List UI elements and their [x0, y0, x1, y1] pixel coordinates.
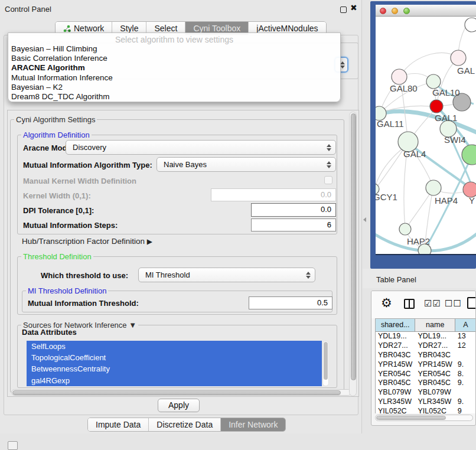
which-threshold-combo[interactable]: MI Threshold [138, 268, 315, 282]
close-traffic-light-icon[interactable] [380, 8, 386, 14]
dpi-tolerance-field[interactable]: 0.0 [251, 203, 336, 217]
algorithm-option[interactable]: Mutual Information Inference [8, 73, 340, 83]
table-cell: YBL079W [415, 388, 455, 397]
node-label: GAL4 [403, 149, 426, 159]
settings-vscrollbar[interactable] [349, 112, 357, 396]
attribute-item[interactable]: BetweennessCentrality [27, 363, 322, 374]
column-header[interactable]: A [455, 319, 476, 332]
apply-button[interactable]: Apply [158, 399, 200, 412]
mi-type-combo[interactable]: Naive Bayes [157, 157, 336, 172]
float-window-icon[interactable] [340, 6, 347, 13]
network-canvas[interactable]: GALGAL80GAL10GAL1GAL11SWI4GAL4GCY1HAP4YH… [376, 17, 476, 254]
network-edge[interactable] [406, 189, 433, 228]
network-node[interactable] [465, 18, 476, 32]
network-icon [63, 25, 71, 32]
table-row[interactable]: YER054CYER054C8. [376, 370, 476, 379]
panel-divider-arrow-icon[interactable] [363, 217, 366, 222]
application-window: Control Panel ✖ NetworkStyleSelectCyni T… [0, 0, 476, 450]
table-cell: YDL19... [415, 332, 455, 341]
network-node[interactable] [426, 180, 441, 195]
chevron-down-icon[interactable]: ▼ [129, 321, 136, 330]
algorithm-option[interactable]: Bayesian – Hill Climbing [8, 44, 340, 54]
network-node[interactable] [392, 69, 407, 84]
attribute-item[interactable]: TopologicalCoefficient [27, 352, 322, 363]
minimized-panel-icon[interactable] [8, 441, 18, 450]
algorithm-placeholder: Select algorithm to view settings [8, 33, 340, 44]
tab-impute-data[interactable]: Impute Data [88, 418, 148, 431]
network-edge[interactable] [376, 144, 407, 190]
network-node[interactable] [399, 223, 411, 235]
table-row[interactable]: YIL052CYIL052C9 [376, 407, 476, 413]
aracne-mode-value: Discovery [73, 143, 106, 152]
which-threshold-value: MI Threshold [145, 270, 190, 279]
network-node[interactable] [451, 50, 466, 66]
table-cell: 9 [455, 407, 476, 413]
column-header[interactable]: name [415, 319, 455, 332]
close-icon[interactable]: ✖ [350, 3, 357, 12]
hub-definition-toggle[interactable]: Hub/Transcription Factor Definition ▶ [22, 237, 152, 246]
minimize-traffic-light-icon[interactable] [392, 8, 398, 14]
kernel-width-field[interactable]: 0.0 [211, 188, 336, 201]
gear-icon[interactable]: ⚙ [381, 296, 392, 310]
node-label: GAL1 [435, 113, 457, 123]
data-attributes-list[interactable]: SelfLoopsTopologicalCoefficientBetweenne… [27, 341, 322, 386]
table-panel-body: ⚙ ☑☑ ☐☐ shared...nameA YDL19...YDL19...1… [371, 291, 476, 426]
table-row[interactable]: YPR145WYPR145W9. [376, 360, 476, 370]
network-node[interactable] [426, 74, 441, 89]
algorithm-option[interactable]: Dream8 DC_TDC Algorithm [8, 92, 340, 102]
table-cell: YIL052C [415, 407, 455, 413]
table-cell: YBR045C [415, 379, 455, 388]
network-edge[interactable] [399, 53, 458, 77]
table-row[interactable]: YLR345WYLR345W9. [376, 397, 476, 407]
table-row[interactable]: YDL19...YDL19...13 [376, 332, 476, 341]
mi-type-value: Naive Bayes [164, 160, 207, 169]
columns-icon[interactable] [404, 299, 415, 309]
deselect-all-checks-icon[interactable]: ☐☐ [445, 298, 462, 309]
node-label: SWI4 [444, 135, 466, 145]
table-cell: 9. [455, 397, 476, 407]
table-cell: YBR043C [376, 351, 415, 360]
dpi-tolerance-label: DPI Tolerance [0,1]: [23, 206, 94, 215]
table-cell [455, 388, 476, 397]
tab-infer-network[interactable]: Infer Network [220, 418, 285, 431]
algorithm-option[interactable]: ARACNE Algorithm [8, 63, 340, 73]
zoom-traffic-light-icon[interactable] [403, 8, 410, 14]
algorithm-option[interactable]: Basic Correlation Inference [8, 54, 340, 63]
spinner-up-icon [340, 61, 345, 64]
attribute-item[interactable]: gal4RGexp [27, 375, 322, 386]
manual-kernel-checkbox[interactable] [324, 176, 332, 184]
table-row[interactable]: YBR045CYBR045C9. [376, 379, 476, 388]
table-hscrollbar[interactable] [375, 415, 473, 421]
node-label: GAL [457, 66, 475, 76]
hub-definition-label: Hub/Transcription Factor Definition [22, 237, 145, 246]
table-row[interactable]: YDR27...YDR27...12 [376, 341, 476, 351]
attribute-item[interactable]: SelfLoops [27, 341, 322, 352]
column-header[interactable]: shared... [376, 319, 415, 332]
mi-threshold-field[interactable]: 0.5 [249, 296, 332, 309]
aracne-mode-combo[interactable]: Discovery [66, 140, 336, 155]
export-table-icon[interactable] [467, 297, 476, 309]
node-label: Y [469, 195, 475, 206]
node-label: GCY1 [376, 192, 397, 202]
table-row[interactable]: YBL079WYBL079W [376, 388, 476, 397]
node-label: GAL10 [432, 87, 460, 97]
algorithm-option[interactable]: Bayesian – K2 [8, 83, 340, 92]
network-window-titlebar[interactable] [376, 5, 476, 17]
table-cell: YPR145W [376, 360, 415, 370]
settings-scrollpane: Cyni Algorithm Settings Algorithm Defini… [7, 110, 359, 397]
network-node[interactable] [462, 145, 476, 165]
settings-hscrollbar[interactable] [11, 389, 351, 396]
table-cell [455, 351, 476, 360]
network-node[interactable] [430, 100, 443, 113]
table-cell: YBR043C [415, 351, 455, 360]
node-label: HAP2 [407, 236, 430, 246]
table-row[interactable]: YBR043CYBR043C [376, 351, 476, 360]
attributes-scrollbar[interactable] [322, 341, 329, 386]
mi-steps-field[interactable]: 6 [251, 219, 336, 231]
node-table[interactable]: shared...nameA YDL19...YDL19...13YDR27..… [375, 318, 476, 413]
tab-discretize-data[interactable]: Discretize Data [148, 418, 220, 431]
tab-label: jActiveMNodules [256, 24, 318, 33]
table-panel-header: Table Panel [363, 269, 476, 288]
select-all-checks-icon[interactable]: ☑☑ [424, 298, 441, 309]
table-cell: YBL079W [376, 388, 415, 397]
